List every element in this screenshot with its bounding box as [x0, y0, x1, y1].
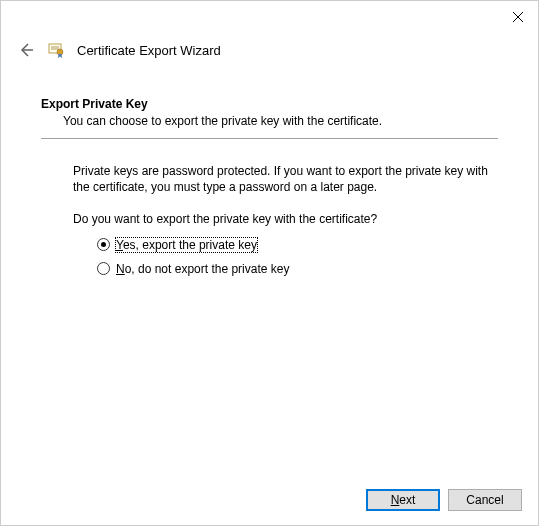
page-title: Certificate Export Wizard	[77, 43, 221, 58]
radio-icon	[97, 238, 110, 251]
radio-icon	[97, 262, 110, 275]
radio-group: Yes, export the private key No, do not e…	[97, 238, 498, 276]
content-area: Export Private Key You can choose to exp…	[1, 71, 538, 276]
wizard-header: Certificate Export Wizard	[1, 33, 538, 71]
certificate-icon	[47, 41, 65, 59]
titlebar	[1, 1, 538, 33]
close-icon[interactable]	[512, 11, 524, 23]
footer-buttons: Next Cancel	[366, 489, 522, 511]
cancel-button[interactable]: Cancel	[448, 489, 522, 511]
section-subtext: You can choose to export the private key…	[63, 114, 498, 128]
next-button[interactable]: Next	[366, 489, 440, 511]
question-text: Do you want to export the private key wi…	[73, 211, 498, 227]
back-arrow-icon[interactable]	[17, 41, 35, 59]
radio-yes-label: Yes, export the private key	[116, 238, 257, 252]
radio-yes-export[interactable]: Yes, export the private key	[97, 238, 498, 252]
divider	[41, 138, 498, 139]
radio-no-label: No, do not export the private key	[116, 262, 289, 276]
info-text: Private keys are password protected. If …	[73, 163, 498, 195]
section-heading: Export Private Key	[41, 97, 498, 111]
radio-no-export[interactable]: No, do not export the private key	[97, 262, 498, 276]
